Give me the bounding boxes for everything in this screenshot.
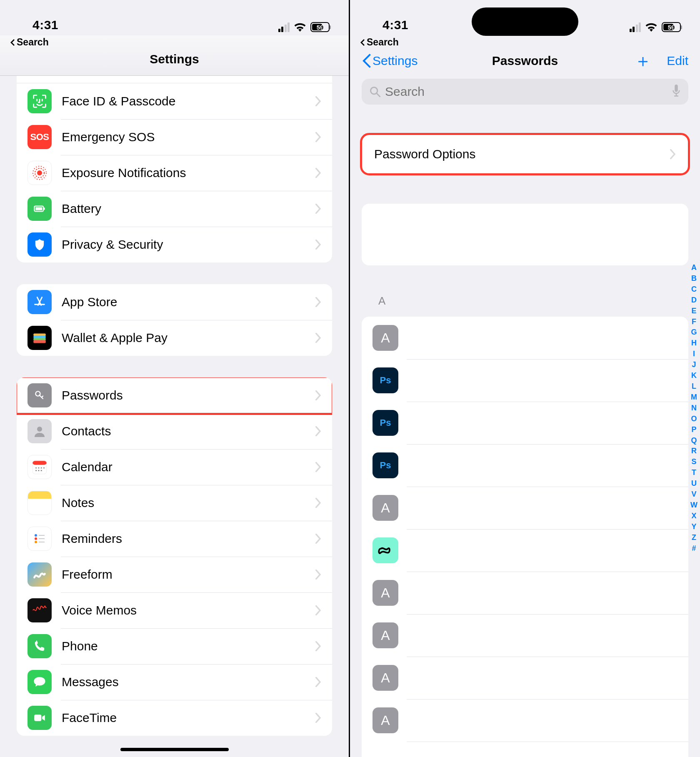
settings-row-exposure[interactable]: Exposure Notifications (17, 155, 332, 191)
search-icon (369, 86, 381, 97)
settings-row-appstore[interactable]: App Store (17, 284, 332, 320)
voicememos-icon (28, 598, 52, 622)
cell-signal-icon (630, 22, 641, 32)
settings-row-faceid[interactable]: Face ID & Passcode (17, 83, 332, 119)
password-row[interactable]: A (362, 699, 688, 742)
index-U[interactable]: U (691, 478, 697, 489)
index-A[interactable]: A (691, 262, 697, 273)
index-I[interactable]: I (693, 349, 695, 360)
index-L[interactable]: L (692, 381, 696, 392)
index-W[interactable]: W (690, 500, 698, 511)
mic-icon[interactable] (672, 85, 681, 99)
breadcrumb-back-search[interactable]: Search (9, 37, 49, 48)
settings-row-calendar[interactable]: Calendar (17, 449, 332, 485)
settings-row-privacy[interactable]: Privacy & Security (17, 227, 332, 262)
password-row[interactable]: Ps (362, 359, 688, 402)
chevron-right-icon (315, 641, 321, 651)
index-V[interactable]: V (691, 489, 696, 500)
row-label: Calendar (62, 460, 315, 474)
password-row[interactable]: A (362, 657, 688, 699)
index-E[interactable]: E (691, 306, 696, 317)
settings-row-keys[interactable]: Passwords (17, 377, 332, 413)
screen-settings: 4:31 59 Search Settings Face ID & Passco… (0, 0, 350, 757)
index-G[interactable]: G (691, 327, 697, 338)
index-rail[interactable]: ABCDEFGHIJKLMNOPQRSTUVWXYZ# (690, 262, 698, 554)
index-B[interactable]: B (691, 273, 697, 284)
index-P[interactable]: P (691, 425, 696, 435)
index-H[interactable]: H (691, 338, 697, 349)
svg-point-19 (35, 467, 37, 469)
index-S[interactable]: S (691, 457, 696, 467)
settings-row-notes[interactable]: Notes (17, 485, 332, 521)
screen-passwords: 4:31 59 Search Settings Passwords ＋ Edit… (350, 0, 700, 757)
password-row[interactable]: A (362, 614, 688, 657)
index-O[interactable]: O (691, 414, 697, 425)
chevron-right-icon (315, 204, 321, 214)
settings-row-wallet[interactable]: Wallet & Apple Pay (17, 320, 332, 356)
settings-row-voicememos[interactable]: Voice Memos (17, 592, 332, 628)
privacy-icon (28, 232, 52, 257)
dynamic-island (472, 7, 578, 36)
search-input[interactable] (385, 85, 668, 99)
index-R[interactable]: R (691, 446, 697, 457)
faceid-icon (28, 89, 52, 113)
settings-row-contacts[interactable]: Contacts (17, 413, 332, 449)
settings-row-sos[interactable]: SOSEmergency SOS (17, 119, 332, 155)
password-row[interactable]: A (362, 487, 688, 529)
index-T[interactable]: T (692, 467, 696, 478)
svg-point-25 (41, 470, 42, 471)
index-Q[interactable]: Q (691, 435, 697, 446)
index-M[interactable]: M (691, 392, 697, 403)
index-#[interactable]: # (692, 543, 696, 554)
row-label: Voice Memos (62, 603, 315, 617)
breadcrumb-back-search[interactable]: Search (359, 37, 399, 48)
svg-point-16 (37, 427, 42, 432)
settings-row-phone[interactable]: Phone (17, 628, 332, 664)
index-Y[interactable]: Y (691, 522, 696, 532)
row-label: Freeform (62, 567, 315, 582)
settings-row-battery[interactable]: Battery (17, 191, 332, 227)
password-options-row[interactable]: Password Options (362, 135, 688, 174)
settings-row-freeform[interactable]: Freeform (17, 557, 332, 592)
cell-signal-icon (278, 22, 290, 32)
index-K[interactable]: K (691, 370, 697, 381)
settings-row-facetime[interactable]: FaceTime (17, 700, 332, 736)
chevron-right-icon (315, 570, 321, 580)
battery-icon (28, 197, 52, 221)
index-N[interactable]: N (691, 403, 697, 414)
wifi-icon (294, 22, 306, 32)
password-row[interactable]: A (362, 317, 688, 359)
site-icon (372, 750, 398, 757)
add-button[interactable]: ＋ (634, 52, 652, 70)
edit-button[interactable]: Edit (667, 54, 688, 68)
row-label: Passwords (62, 388, 315, 402)
password-row[interactable] (362, 742, 688, 757)
site-icon: A (372, 622, 398, 648)
svg-rect-32 (34, 715, 41, 721)
row-label: Messages (62, 675, 315, 689)
password-row[interactable] (362, 529, 688, 572)
status-icons: 59 (630, 22, 681, 32)
index-F[interactable]: F (692, 317, 696, 327)
home-indicator (120, 748, 229, 751)
site-icon: A (372, 325, 398, 351)
svg-point-2 (37, 170, 42, 175)
index-Z[interactable]: Z (692, 532, 696, 543)
index-D[interactable]: D (691, 295, 697, 306)
status-time: 4:31 (382, 18, 408, 32)
chevron-right-icon (315, 498, 321, 508)
svg-point-28 (35, 541, 37, 543)
password-row[interactable]: A (362, 572, 688, 614)
index-X[interactable]: X (691, 511, 696, 522)
settings-row-messages[interactable]: Messages (17, 664, 332, 700)
svg-point-21 (41, 467, 42, 469)
search-bar[interactable] (362, 79, 688, 105)
password-row[interactable]: Ps (362, 402, 688, 444)
settings-row-reminders[interactable]: Reminders (17, 521, 332, 557)
index-J[interactable]: J (692, 360, 696, 370)
index-C[interactable]: C (691, 284, 697, 295)
row-label: Privacy & Security (62, 237, 315, 252)
svg-rect-6 (35, 207, 42, 210)
back-button[interactable]: Settings (362, 54, 418, 68)
password-row[interactable]: Ps (362, 444, 688, 487)
